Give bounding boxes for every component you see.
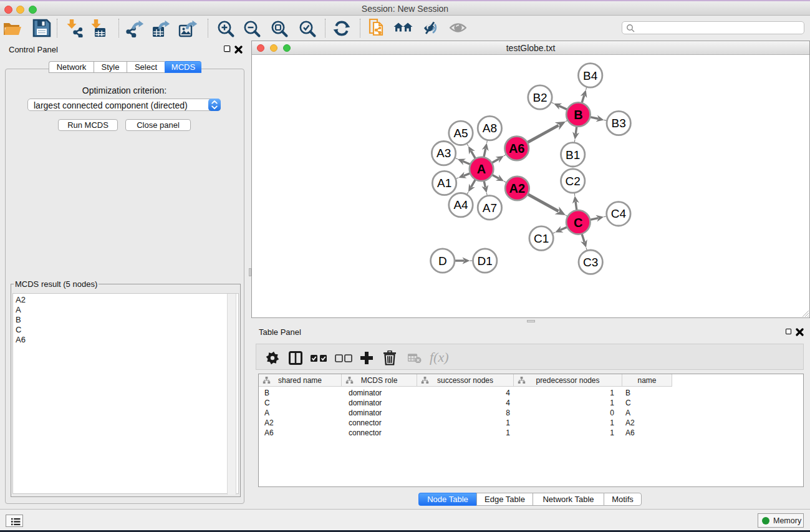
svg-text:C4: C4 [611, 207, 627, 220]
svg-text:D1: D1 [478, 254, 493, 268]
svg-text:B2: B2 [533, 91, 547, 104]
svg-text:A: A [477, 162, 486, 176]
svg-text:A3: A3 [436, 147, 451, 160]
svg-text:B4: B4 [583, 69, 598, 82]
svg-text:A4: A4 [453, 198, 468, 211]
svg-text:A5: A5 [453, 127, 468, 140]
svg-text:A2: A2 [509, 181, 526, 195]
svg-text:A8: A8 [483, 122, 497, 135]
svg-text:B1: B1 [566, 148, 580, 162]
svg-text:C3: C3 [583, 256, 598, 269]
svg-text:A7: A7 [483, 201, 497, 215]
svg-text:A1: A1 [437, 177, 451, 190]
svg-text:A6: A6 [509, 142, 525, 155]
svg-text:C2: C2 [566, 175, 581, 188]
svg-text:C1: C1 [534, 232, 549, 245]
svg-text:B: B [574, 108, 582, 122]
svg-text:D: D [438, 254, 447, 268]
svg-text:B3: B3 [612, 117, 626, 130]
svg-text:C: C [574, 216, 582, 230]
